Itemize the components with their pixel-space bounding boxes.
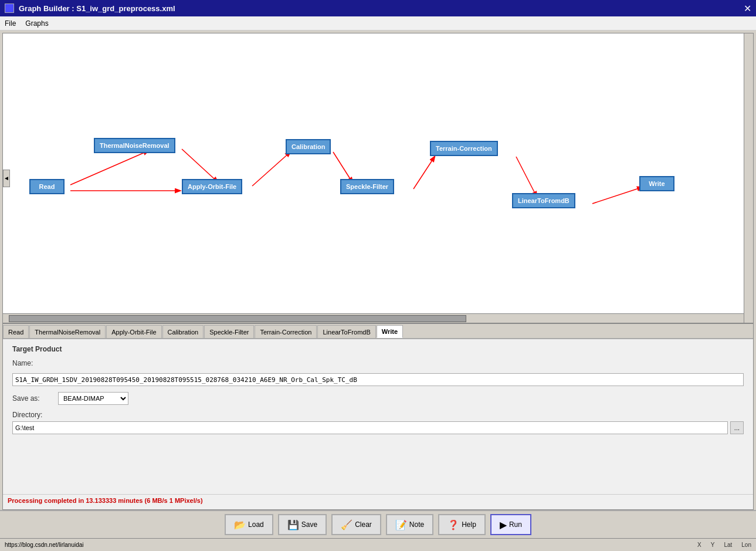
bottom-url: https://blog.csdn.net/lirlanuidai [5,542,84,548]
coord-display: X Y Lat Lon [697,542,751,548]
bottom-panel: Read ThermalNoiseRemoval Apply-Orbit-Fil… [2,323,754,510]
run-label: Run [509,520,522,529]
save-as-wrapper: BEAM-DIMAP GeoTIFF NetCDF [58,392,128,405]
tab-read[interactable]: Read [3,325,29,338]
tab-orbit[interactable]: Apply-Orbit-File [106,325,161,338]
node-linear[interactable]: LinearToFromdB [512,193,575,208]
save-as-row: Save as: BEAM-DIMAP GeoTIFF NetCDF [12,392,744,405]
clear-icon: 🧹 [341,519,352,530]
run-button[interactable]: ▶ Run [490,514,531,535]
left-handle[interactable]: ◄ [3,170,10,187]
directory-row: Directory: ... [12,411,744,434]
dir-input-row: ... [12,421,744,434]
svg-line-2 [182,149,218,182]
save-label: Save [301,520,317,529]
clear-label: Clear [355,520,372,529]
graph-canvas[interactable]: ◄ [2,33,754,323]
menu-file[interactable]: File [5,19,16,28]
x-label: X [697,542,701,548]
graph-scrollbar-h[interactable] [3,313,753,323]
title-bar: Graph Builder : S1_iw_grd_preprocess.xml… [0,0,756,16]
tab-calibration[interactable]: Calibration [162,325,204,338]
app-icon [5,4,14,13]
tabs-bar: Read ThermalNoiseRemoval Apply-Orbit-Fil… [3,324,753,339]
node-write[interactable]: Write [639,176,674,191]
load-label: Load [248,520,264,529]
menu-graphs[interactable]: Graphs [25,19,48,28]
bottom-status-bar: https://blog.csdn.net/lirlanuidai X Y La… [0,538,756,551]
graph-scrollbar-v[interactable] [744,33,753,323]
note-icon: 📝 [395,519,407,530]
close-button[interactable]: ✕ [744,3,751,14]
svg-line-5 [413,157,435,189]
status-message: Processing completed in 13.133333 minute… [8,497,203,504]
name-input[interactable] [12,373,744,386]
load-icon: 📂 [234,519,246,530]
directory-label: Directory: [12,411,744,419]
node-terrain[interactable]: Terrain-Correction [430,141,498,156]
tab-speckle[interactable]: Speckle-Filter [204,325,254,338]
status-bar: Processing completed in 13.133333 minute… [3,494,753,509]
lat-label: Lat [724,542,732,548]
h-scroll-thumb[interactable] [9,315,466,322]
svg-line-3 [252,152,290,186]
directory-input[interactable] [12,421,728,434]
note-label: Note [409,520,424,529]
help-label: Help [462,520,476,529]
save-as-select[interactable]: BEAM-DIMAP GeoTIFF NetCDF [58,392,128,405]
name-row: Name: [12,359,744,367]
window-title: Graph Builder : S1_iw_grd_preprocess.xml [19,4,175,13]
menu-bar: File Graphs [0,16,756,31]
node-read[interactable]: Read [29,179,65,194]
node-thermal[interactable]: ThermalNoiseRemoval [94,138,175,153]
save-button[interactable]: 💾 Save [278,514,327,535]
tab-linear[interactable]: LinearToFromdB [317,325,375,338]
node-speckle[interactable]: Speckle-Filter [340,179,394,194]
svg-line-0 [70,151,148,185]
tab-write[interactable]: Write [377,325,403,338]
help-button[interactable]: ❓ Help [438,514,486,535]
load-button[interactable]: 📂 Load [225,514,273,535]
bottom-toolbar: 📂 Load 💾 Save 🧹 Clear 📝 Note ❓ Help ▶ Ru… [0,510,756,538]
lon-label: Lon [741,542,751,548]
svg-line-7 [592,187,642,204]
save-icon: 💾 [287,519,299,530]
svg-line-6 [516,157,537,197]
name-label: Name: [12,359,53,367]
name-input-row [12,373,744,386]
node-orbit[interactable]: Apply-Orbit-File [182,179,242,194]
svg-line-4 [333,152,352,182]
note-button[interactable]: 📝 Note [386,514,433,535]
node-calibration[interactable]: Calibration [286,139,331,154]
browse-button[interactable]: ... [730,421,744,434]
help-icon: ❓ [448,519,459,530]
tab-thermal[interactable]: ThermalNoiseRemoval [29,325,106,338]
tab-terrain[interactable]: Terrain-Correction [255,325,317,338]
params-panel: Target Product Name: Save as: BEAM-DIMAP… [3,339,753,494]
section-title: Target Product [12,345,744,353]
run-icon: ▶ [500,519,507,530]
save-as-label: Save as: [12,394,53,403]
y-label: Y [711,542,715,548]
clear-button[interactable]: 🧹 Clear [331,514,381,535]
main-container: ◄ [0,31,756,551]
